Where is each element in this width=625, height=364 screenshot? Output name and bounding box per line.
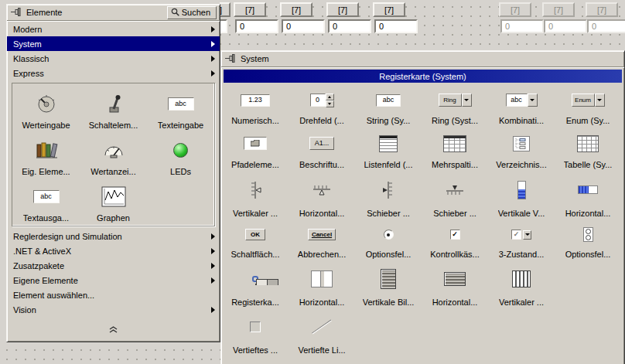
palette-item-tristate-checkbox[interactable]: ✓ 3-Zustand... [488, 219, 555, 260]
palette-item-recessed-line[interactable]: Vertiefte Li... [289, 308, 355, 356]
palette-item-enum[interactable]: Enum Enum (Sy... [555, 84, 621, 127]
array-index-display[interactable]: [7] [373, 2, 405, 17]
palette-item-label: String (Sy... [367, 116, 411, 126]
text-input-icon: abc [168, 87, 194, 121]
palette-item-multicolumn-listbox[interactable]: Mehrspalti... [422, 127, 488, 171]
sidebar-item-vision[interactable]: Vision [7, 302, 220, 317]
palette-item-schaltelemente[interactable]: Schaltelem... [80, 85, 147, 131]
palette-item-vertical-slider[interactable]: Vertikaler ... [222, 171, 289, 219]
sidebar-item-express[interactable]: Express [7, 66, 220, 80]
sidebar-item-net-activex[interactable]: .NET & ActiveX [7, 243, 220, 258]
table-control-icon [577, 127, 599, 160]
palette-item-horizontal-pointer-slider[interactable]: Schieber ... [422, 171, 488, 219]
selection-outline [252, 276, 258, 282]
tristate-checkbox-icon: ✓ [511, 219, 531, 250]
menu-item-label: .NET & ActiveX [13, 247, 71, 256]
palette-item-path[interactable]: Pfadeleme... [222, 127, 289, 171]
palette-item-combobox[interactable]: abc Kombinati... [488, 84, 555, 127]
pin-icon[interactable] [11, 8, 22, 18]
pin-icon[interactable] [225, 54, 237, 64]
tree-control-icon [513, 127, 530, 160]
palette-item-label: Kombinati... [499, 116, 544, 126]
palette-item-ring[interactable]: Ring Ring (Syst... [422, 84, 488, 127]
palette-item-tree[interactable]: Verzeichnis... [488, 127, 555, 171]
horizontal-progress-icon [578, 171, 598, 209]
palette-item-numeric[interactable]: 1.23 Numerisch... [222, 84, 289, 127]
palette-title: Elemente [26, 8, 62, 17]
palette-item-vertical-progress[interactable]: Vertikale V... [488, 171, 555, 219]
palette-item-vertical-pointer-slider[interactable]: Schieber ... [355, 171, 422, 219]
palette-item-cancel-button[interactable]: Cancel Abbrechen... [289, 219, 355, 260]
array-value-field[interactable]: 0 [374, 19, 418, 33]
array-index-display[interactable]: [7] [326, 2, 359, 17]
palette-item-label: Optionsfel... [366, 250, 412, 260]
palette-item-table[interactable]: Tabelle (Sy... [555, 127, 621, 171]
sidebar-item-zusatzpakete[interactable]: Zusatzpakete [7, 258, 220, 273]
palette-item-label: Graphen [97, 213, 130, 223]
palette-item-label: Vertieftes ... [233, 345, 278, 355]
palette-item-werteingabe[interactable]: Werteingabe [12, 85, 80, 131]
palette-item-caption[interactable]: A1... Beschriftu... [289, 127, 355, 171]
ring-control-icon: Ring [439, 84, 472, 116]
menu-item-label: Eigene Elemente [13, 276, 78, 285]
palette-item-checkbox[interactable]: ✓ Kontrollkäs... [422, 219, 488, 260]
collapse-palette-control[interactable] [7, 317, 220, 343]
palette-item-ok-button[interactable]: OK Schaltfläch... [222, 219, 289, 260]
submenu-arrow-icon [211, 26, 215, 32]
search-button[interactable]: Suchen [167, 6, 217, 19]
palette-item-horizontal-slider[interactable]: Horizontal... [289, 171, 355, 219]
submenu-arrow-icon [211, 41, 215, 47]
palette-item-label: Textausga... [23, 213, 69, 223]
text-output-icon: abc [33, 179, 60, 213]
array-value-field[interactable]: 0 [282, 19, 325, 33]
palette-item-label: Verzeichnis... [496, 160, 546, 170]
numeric-control-icon: 1.23 [241, 84, 270, 116]
sidebar-item-system[interactable]: System [7, 36, 220, 51]
palette-item-horizontal-splitter[interactable]: Horizontal... [289, 260, 355, 308]
sidebar-item-modern[interactable]: Modern [7, 22, 220, 36]
palette-item-listbox[interactable]: Listenfeld (... [355, 127, 422, 171]
palette-item-recessed-box[interactable]: Vertieftes ... [222, 308, 289, 356]
system-controls-grid: 1.23 Numerisch... 0 Drehfeld (... abc St… [221, 84, 624, 356]
palette-item-wertanzeige[interactable]: Wertanzei... [80, 131, 147, 178]
palette-item-texteingabe[interactable]: abc Texteingabe [147, 85, 214, 131]
palette-item-label: Wertanzei... [91, 167, 136, 177]
palette-item-label: Horizontal... [565, 209, 611, 219]
vertical-progress-icon [517, 171, 526, 209]
palette-item-label: Eig. Eleme... [22, 167, 70, 177]
palette-item-string[interactable]: abc String (Sy... [355, 84, 422, 127]
palette-item-label: Werteingabe [22, 121, 70, 131]
palette-item-spin-control[interactable]: 0 Drehfeld (... [289, 84, 355, 127]
led-icon [173, 133, 188, 167]
palette-item-textausgabe[interactable]: abc Textausga... [12, 178, 80, 224]
palette-item-label: Listenfeld (... [364, 160, 413, 170]
array-index-display[interactable]: [7] [234, 2, 266, 17]
sidebar-item-klassisch[interactable]: Klassisch [7, 51, 220, 66]
palette-item-horizontal-scrollbar[interactable]: Horizontal... [422, 260, 488, 308]
array-index-display[interactable]: [7] [280, 2, 312, 17]
palette-item-label: Mehrspalti... [432, 160, 478, 170]
string-control-icon: abc [376, 84, 401, 116]
sidebar-item-eigene-elemente[interactable]: Eigene Elemente [7, 273, 220, 287]
palette-item-radio-list[interactable]: Optionsfel... [555, 219, 621, 260]
palette-item-radio-button[interactable]: Optionsfel... [355, 219, 422, 260]
submenu-arrow-icon [211, 56, 215, 62]
palette-item-horizontal-progress[interactable]: Horizontal... [555, 171, 621, 219]
array-value-field[interactable]: 0 [235, 19, 278, 33]
vertical-scrollbar-icon [381, 260, 396, 298]
sidebar-item-reglerdesign[interactable]: Reglerdesign und Simulation [7, 229, 220, 243]
array-control: [7] 0 [234, 2, 277, 35]
palette-item-graphen[interactable]: Graphen [80, 178, 147, 224]
enum-control-icon: Enum [572, 84, 605, 116]
modern-controls-grid: Werteingabe Schaltelem... abc Texteingab… [12, 83, 215, 226]
palette-item-label: Pfadeleme... [231, 160, 279, 170]
submenu-arrow-icon [211, 307, 215, 313]
palette-item-vertical-scrollbar[interactable]: Vertikale Bil... [355, 260, 422, 308]
palette-item-vertical-splitter[interactable]: Vertikaler ... [488, 260, 555, 308]
palette-item-leds[interactable]: LEDs [147, 131, 214, 178]
combobox-icon: abc [506, 84, 538, 116]
sidebar-item-element-auswaehlen[interactable]: Element auswählen... [7, 287, 220, 302]
palette-item-eigene-elemente[interactable]: Eig. Eleme... [12, 131, 80, 178]
array-value-field[interactable]: 0 [328, 19, 371, 33]
palette-item-tab-control[interactable]: Registerka... [222, 260, 289, 308]
